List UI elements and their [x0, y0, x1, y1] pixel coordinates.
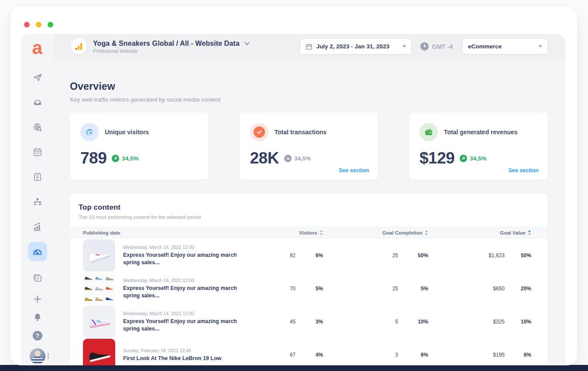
plus-icon [32, 294, 43, 304]
card-total-revenues: Total generated revenues $129 34,5% [409, 112, 547, 180]
card-value: 789 [80, 149, 107, 167]
post-date: Sunday, February 18, 2022 12:45 [123, 348, 241, 353]
card-label: Unique visitors [105, 129, 149, 136]
delta-value: 34,5% [294, 155, 311, 162]
sidebar-item-notes[interactable] [32, 171, 43, 183]
top-content-panel: Top content The 10 most performing conte… [70, 194, 547, 365]
kebab-menu-icon[interactable] [48, 353, 49, 359]
agorapulse-logo[interactable]: a [32, 37, 42, 58]
post-info: Sunday, February 18, 2022 12:45 First Lo… [123, 348, 254, 362]
paper-plane-icon [32, 72, 43, 83]
table-row[interactable]: Wednesday, March 14, 2022 12:00 Express … [70, 239, 547, 272]
window-controls [24, 22, 53, 27]
timezone-value: GMT -4 [432, 43, 453, 50]
user-avatar[interactable] [30, 348, 45, 364]
card-value: $129 [420, 149, 454, 167]
goal-completion-percent: 5% [398, 286, 428, 292]
visitors-value: 92 [254, 252, 296, 259]
speedometer-icon [32, 246, 43, 257]
post-title: Express Yourself! Enjoy our amazing marc… [123, 318, 241, 333]
dropdown-caret-icon [402, 45, 406, 48]
see-section-link[interactable]: See section [509, 167, 539, 174]
goal-completion-value: 3 [323, 352, 398, 358]
sidebar-add-button[interactable] [32, 293, 43, 305]
sidebar-item-listening[interactable] [32, 122, 43, 133]
app-shell: a [21, 34, 565, 365]
main-area: Yoga & Sneakers Global / All - Website D… [54, 34, 565, 365]
check-circle-icon [250, 123, 268, 141]
notepad-icon [32, 172, 43, 182]
column-visitors-sort[interactable]: Visitors [254, 230, 323, 235]
sidebar-item-publishing[interactable] [32, 72, 43, 83]
column-publishing-date: Publishing date [83, 230, 254, 235]
minimize-window-button[interactable] [36, 22, 41, 27]
delta-badge: 34,5% [284, 155, 311, 162]
timezone-indicator: GMT -4 [420, 42, 453, 51]
goal-value-value: $195 [428, 352, 505, 358]
report-type-value: eCommerce [468, 43, 535, 50]
metric-cards: Unique visitors 789 34,5% [70, 112, 547, 180]
site-switcher[interactable]: Yoga & Sneakers Global / All - Website D… [71, 38, 250, 54]
delta-value: 34,5% [470, 155, 486, 162]
card-value: 28K [250, 149, 279, 167]
table-row[interactable]: Sunday, February 18, 2022 12:45 First Lo… [70, 338, 547, 365]
trend-up-icon [460, 155, 467, 162]
zoom-window-button[interactable] [48, 22, 53, 27]
post-date: Wednesday, March 14, 2022 12:00 [123, 245, 241, 250]
goal-value-percent: 6% [505, 352, 531, 358]
chevron-down-icon[interactable] [244, 41, 250, 47]
sidebar-item-dashboard-active[interactable] [28, 242, 47, 261]
sort-icon [425, 230, 428, 235]
analytics-source-icon [71, 38, 87, 54]
chart-growth-icon [32, 221, 43, 232]
goal-completion-value: 25 [323, 252, 398, 259]
desktop-background-strip [0, 365, 588, 371]
date-range-value: July 2, 2023 - Jan 31, 2023 [316, 43, 399, 50]
bell-icon [32, 312, 43, 323]
sidebar-notifications-button[interactable] [32, 312, 43, 323]
post-title: Express Yourself! Enjoy our amazing marc… [123, 285, 241, 300]
sidebar-item-media-library[interactable] [32, 272, 43, 284]
goal-value-percent: 20% [505, 286, 531, 292]
visitors-percent: 5% [296, 286, 323, 292]
sidebar-profile [21, 348, 54, 364]
visitors-value: 45 [254, 319, 296, 325]
delta-value: 34,5% [122, 155, 138, 162]
close-window-button[interactable] [24, 22, 30, 27]
sidebar-help-button[interactable]: ? [32, 330, 43, 341]
card-label: Total generated revenues [444, 129, 518, 136]
sort-icon-active [528, 230, 531, 235]
column-goal-completion-sort[interactable]: Goal Completion [323, 230, 428, 235]
table-row[interactable]: Wednesday, March 14, 2022 12:00 Express … [70, 272, 547, 305]
see-section-link[interactable]: See section [339, 167, 369, 174]
column-goal-completion-label: Goal Completion [382, 230, 423, 235]
visitors-value: 67 [254, 352, 296, 358]
delta-badge: 34,5% [112, 155, 138, 162]
inbox-icon [32, 97, 43, 108]
report-type-select[interactable]: eCommerce [462, 38, 548, 54]
page-subtitle: Key web traffic metrics generated by soc… [70, 96, 547, 103]
goal-value-percent: 50% [505, 252, 531, 259]
column-goal-value-sort[interactable]: Goal Value [428, 230, 531, 235]
page-title: Overview [70, 81, 547, 92]
goal-value-percent: 10% [505, 319, 531, 325]
table-header-row: Publishing date Visitors Goal Completion… [70, 226, 547, 239]
sidebar-item-reports[interactable] [32, 221, 43, 232]
column-visitors-label: Visitors [299, 230, 317, 235]
post-info: Wednesday, March 14, 2022 12:00 Express … [123, 245, 254, 266]
sidebar-item-inbox[interactable] [32, 97, 43, 108]
card-unique-visitors: Unique visitors 789 34,5% [70, 112, 208, 180]
sidebar: a [21, 34, 54, 365]
post-title: First Look At The Nike LeBron 19 Low [123, 355, 241, 362]
people-icon [32, 197, 43, 207]
table-row[interactable]: Wednesday, March 14, 2022 12:00 Express … [70, 305, 547, 338]
post-info: Wednesday, March 14, 2022 12:00 Express … [123, 311, 254, 333]
goal-value-value: $325 [428, 319, 505, 325]
post-thumbnail-color-sneaker [83, 306, 115, 338]
goal-completion-value: 25 [323, 286, 398, 292]
sidebar-item-community[interactable] [32, 196, 43, 208]
post-thumbnail-red-sneaker [83, 339, 115, 365]
sidebar-item-calendar[interactable] [32, 146, 43, 158]
date-range-picker[interactable]: July 2, 2023 - Jan 31, 2023 [300, 38, 412, 54]
post-title: Express Yourself! Enjoy our amazing marc… [123, 252, 241, 266]
